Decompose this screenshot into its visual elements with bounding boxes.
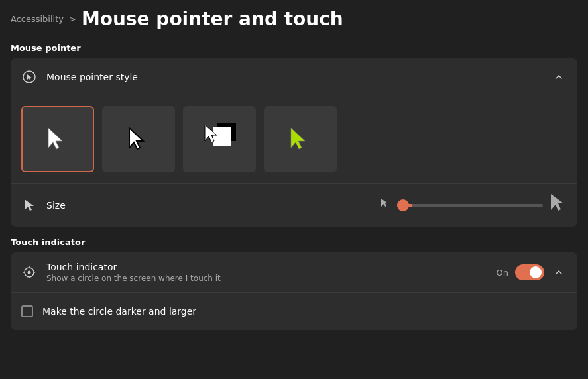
cursor-option-outline[interactable] xyxy=(102,106,175,172)
checkbox-row: Make the circle darker and larger xyxy=(11,293,577,330)
mouse-pointer-style-content: Mouse pointer style xyxy=(46,72,551,82)
size-label: Size xyxy=(46,200,380,211)
mouse-pointer-section-label: Mouse pointer xyxy=(11,43,577,53)
checkbox-label: Make the circle darker and larger xyxy=(42,306,196,317)
cursor-grid xyxy=(21,106,567,172)
touch-indicator-icon xyxy=(21,264,37,280)
toggle-thumb xyxy=(530,266,542,278)
touch-indicator-actions: On xyxy=(497,264,567,280)
cursor-option-custom[interactable] xyxy=(264,106,337,172)
cursor-options-row xyxy=(11,95,577,184)
breadcrumb-separator: > xyxy=(69,14,76,24)
cursor-option-inverted[interactable] xyxy=(183,106,256,172)
cursor-style-icon xyxy=(21,69,37,85)
size-row-icon xyxy=(21,197,37,213)
touch-indicator-content: Touch indicator Show a circle on the scr… xyxy=(46,262,497,283)
darker-larger-checkbox[interactable] xyxy=(21,305,33,317)
touch-indicator-card: Touch indicator Show a circle on the scr… xyxy=(11,252,577,330)
size-slider[interactable] xyxy=(397,204,543,207)
header: Accessibility > Mouse pointer and touch xyxy=(11,0,577,40)
size-row: Size xyxy=(11,184,577,227)
size-row-content: Size xyxy=(46,200,380,211)
cursor-option-white[interactable] xyxy=(21,106,94,172)
toggle-on-label: On xyxy=(497,268,508,278)
collapse-button[interactable] xyxy=(551,69,567,85)
page-title: Mouse pointer and touch xyxy=(82,8,343,30)
touch-indicator-section-label: Touch indicator xyxy=(11,237,577,247)
mouse-pointer-style-actions xyxy=(551,69,567,85)
svg-point-2 xyxy=(28,271,31,274)
mouse-pointer-card: Mouse pointer style xyxy=(11,58,577,227)
mouse-pointer-style-row: Mouse pointer style xyxy=(11,58,577,95)
size-slider-container xyxy=(380,193,567,217)
touch-indicator-main-row: Touch indicator Show a circle on the scr… xyxy=(11,252,577,293)
touch-indicator-collapse-button[interactable] xyxy=(551,264,567,280)
touch-indicator-title: Touch indicator xyxy=(46,262,497,272)
touch-indicator-subtitle: Show a circle on the screen where I touc… xyxy=(46,274,497,283)
touch-indicator-toggle[interactable] xyxy=(515,264,544,280)
breadcrumb-link[interactable]: Accessibility xyxy=(11,14,64,24)
mouse-pointer-style-title: Mouse pointer style xyxy=(46,72,551,82)
size-small-icon xyxy=(380,197,390,213)
size-large-icon xyxy=(550,193,567,217)
touch-indicator-section: Touch indicator Touch indicator Show a c… xyxy=(11,237,577,330)
